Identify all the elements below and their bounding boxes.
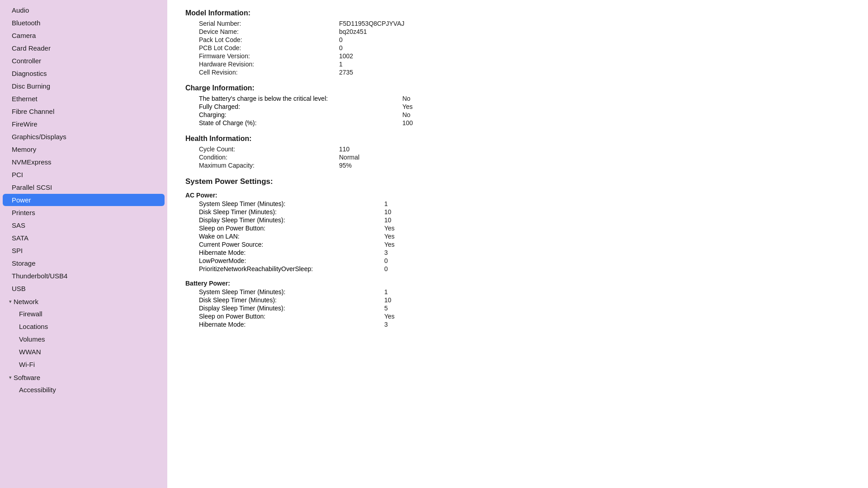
ac-display-sleep-value: 10	[384, 216, 392, 224]
sidebar-item-power[interactable]: Power	[3, 194, 165, 206]
sidebar-item-spi[interactable]: SPI	[3, 244, 165, 257]
sidebar-group-software-label: Software	[14, 374, 40, 381]
sidebar-item-printers[interactable]: Printers	[3, 206, 165, 219]
condition-value: Normal	[339, 154, 359, 161]
sidebar-item-fibre-channel[interactable]: Fibre Channel	[3, 105, 165, 117]
sidebar-item-nvmexpress[interactable]: NVMExpress	[3, 156, 165, 168]
sidebar-item-thunderbolt-usb4[interactable]: Thunderbolt/USB4	[3, 270, 165, 282]
sidebar-item-firewall[interactable]: Firewall	[3, 308, 165, 320]
ac-prioritize-network-row: PrioritizeNetworkReachabilityOverSleep: …	[185, 265, 850, 272]
sidebar-group-software[interactable]: ▾ Software	[3, 371, 165, 383]
sidebar-item-accessibility[interactable]: Accessibility	[3, 384, 165, 396]
system-power-settings-section: System Power Settings: AC Power: System …	[185, 177, 850, 328]
ac-disk-sleep-value: 10	[384, 208, 392, 216]
sidebar-item-locations[interactable]: Locations	[3, 320, 165, 333]
sidebar-item-wwan[interactable]: WWAN	[3, 346, 165, 358]
fully-charged-value: Yes	[402, 103, 413, 110]
bat-disk-sleep-label: Disk Sleep Timer (Minutes):	[185, 296, 384, 304]
ac-disk-sleep-label: Disk Sleep Timer (Minutes):	[185, 208, 384, 216]
maximum-capacity-row: Maximum Capacity: 95%	[185, 162, 850, 169]
ac-display-sleep-label: Display Sleep Timer (Minutes):	[185, 216, 384, 224]
ac-wake-on-lan-value: Yes	[384, 233, 395, 240]
bat-disk-sleep-row: Disk Sleep Timer (Minutes): 10	[185, 296, 850, 304]
sidebar-item-firewire[interactable]: FireWire	[3, 118, 165, 130]
battery-power-heading: Battery Power:	[185, 280, 850, 287]
cell-revision-row: Cell Revision: 2735	[185, 69, 850, 76]
model-information-heading: Model Information:	[185, 9, 850, 17]
health-information-heading: Health Information:	[185, 135, 850, 143]
sidebar-item-card-reader[interactable]: Card Reader	[3, 42, 165, 54]
ac-power-heading: AC Power:	[185, 192, 850, 199]
device-name-row: Device Name: bq20z451	[185, 28, 850, 35]
bat-hibernate-mode-value: 3	[384, 321, 388, 328]
sidebar-item-storage[interactable]: Storage	[3, 257, 165, 269]
sidebar-group-network[interactable]: ▾ Network	[3, 295, 165, 307]
state-of-charge-row: State of Charge (%): 100	[185, 119, 850, 127]
maximum-capacity-value: 95%	[339, 162, 352, 169]
sidebar-group-network-label: Network	[14, 298, 38, 305]
bat-sleep-on-power-button-label: Sleep on Power Button:	[185, 313, 384, 320]
battery-critical-row: The battery's charge is below the critic…	[185, 95, 850, 102]
serial-number-row: Serial Number: F5D11953Q8CPJYVAJ	[185, 20, 850, 27]
bat-sleep-on-power-button-value: Yes	[384, 313, 395, 320]
ac-display-sleep-row: Display Sleep Timer (Minutes): 10	[185, 216, 850, 224]
ac-sleep-on-power-button-label: Sleep on Power Button:	[185, 225, 384, 232]
firmware-version-value: 1002	[339, 52, 353, 60]
ac-sleep-on-power-button-row: Sleep on Power Button: Yes	[185, 225, 850, 232]
pack-lot-code-label: Pack Lot Code:	[185, 36, 339, 43]
firmware-version-row: Firmware Version: 1002	[185, 52, 850, 60]
cycle-count-value: 110	[339, 145, 349, 153]
ac-wake-on-lan-row: Wake on LAN: Yes	[185, 233, 850, 240]
ac-current-power-source-value: Yes	[384, 241, 395, 248]
battery-critical-value: No	[402, 95, 410, 102]
sidebar-item-diagnostics[interactable]: Diagnostics	[3, 67, 165, 80]
condition-row: Condition: Normal	[185, 154, 850, 161]
sidebar-item-ethernet[interactable]: Ethernet	[3, 93, 165, 105]
serial-number-value: F5D11953Q8CPJYVAJ	[339, 20, 404, 27]
sidebar-item-parallel-scsi[interactable]: Parallel SCSI	[3, 181, 165, 193]
battery-critical-label: The battery's charge is below the critic…	[185, 95, 402, 102]
sidebar-item-wi-fi[interactable]: Wi-Fi	[3, 358, 165, 371]
cycle-count-row: Cycle Count: 110	[185, 145, 850, 153]
ac-prioritize-network-value: 0	[384, 265, 388, 272]
pcb-lot-code-label: PCB Lot Code:	[185, 44, 339, 52]
bat-system-sleep-label: System Sleep Timer (Minutes):	[185, 288, 384, 296]
ac-low-power-mode-row: LowPowerMode: 0	[185, 257, 850, 264]
chevron-down-icon: ▾	[9, 375, 12, 380]
sidebar-item-camera[interactable]: Camera	[3, 29, 165, 42]
sidebar-item-sas[interactable]: SAS	[3, 219, 165, 231]
ac-wake-on-lan-label: Wake on LAN:	[185, 233, 384, 240]
hardware-revision-value: 1	[339, 61, 343, 68]
system-power-settings-heading: System Power Settings:	[185, 177, 850, 186]
hardware-revision-row: Hardware Revision: 1	[185, 61, 850, 68]
sidebar-item-graphics-displays[interactable]: Graphics/Displays	[3, 131, 165, 143]
ac-current-power-source-row: Current Power Source: Yes	[185, 241, 850, 248]
sidebar-item-usb[interactable]: USB	[3, 282, 165, 295]
ac-system-sleep-value: 1	[384, 200, 388, 207]
device-name-label: Device Name:	[185, 28, 339, 35]
bat-system-sleep-row: System Sleep Timer (Minutes): 1	[185, 288, 850, 296]
sidebar: Audio Bluetooth Camera Card Reader Contr…	[0, 0, 167, 488]
sidebar-item-disc-burning[interactable]: Disc Burning	[3, 80, 165, 92]
sidebar-item-memory[interactable]: Memory	[3, 143, 165, 155]
ac-hibernate-mode-value: 3	[384, 249, 388, 256]
state-of-charge-value: 100	[402, 119, 413, 127]
ac-low-power-mode-label: LowPowerMode:	[185, 257, 384, 264]
pcb-lot-code-value: 0	[339, 44, 343, 52]
bat-display-sleep-value: 5	[384, 305, 388, 312]
ac-system-sleep-label: System Sleep Timer (Minutes):	[185, 200, 384, 207]
sidebar-item-volumes[interactable]: Volumes	[3, 333, 165, 345]
sidebar-item-controller[interactable]: Controller	[3, 55, 165, 67]
bat-hibernate-mode-label: Hibernate Mode:	[185, 321, 384, 328]
sidebar-item-audio[interactable]: Audio	[3, 4, 165, 16]
sidebar-item-bluetooth[interactable]: Bluetooth	[3, 17, 165, 29]
maximum-capacity-label: Maximum Capacity:	[185, 162, 339, 169]
charging-value: No	[402, 111, 410, 118]
sidebar-item-pci[interactable]: PCI	[3, 169, 165, 181]
pack-lot-code-value: 0	[339, 36, 343, 43]
sidebar-item-sata[interactable]: SATA	[3, 232, 165, 244]
bat-display-sleep-row: Display Sleep Timer (Minutes): 5	[185, 305, 850, 312]
ac-hibernate-mode-row: Hibernate Mode: 3	[185, 249, 850, 256]
cell-revision-label: Cell Revision:	[185, 69, 339, 76]
pack-lot-code-row: Pack Lot Code: 0	[185, 36, 850, 43]
